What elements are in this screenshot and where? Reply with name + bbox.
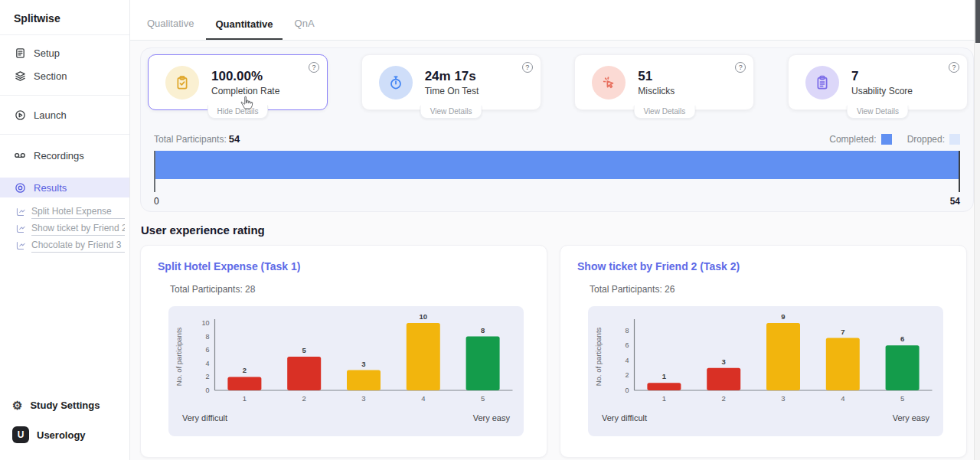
legend-completed-swatch (881, 134, 892, 145)
svg-text:8: 8 (481, 326, 485, 334)
svg-text:2: 2 (625, 371, 629, 379)
svg-text:1: 1 (662, 394, 666, 403)
svg-text:3: 3 (722, 357, 726, 366)
scale-label-left: Very difficult (602, 413, 647, 422)
userology-logo-icon: U (12, 426, 29, 443)
clipboard-list-icon (805, 66, 839, 100)
stat-label: Completion Rate (211, 86, 279, 96)
stat-label: Misclicks (638, 86, 675, 96)
task2-chart-panel: 024681132937465No. of participants Very … (588, 306, 943, 436)
svg-text:0: 0 (205, 387, 209, 394)
stat-value: 100.00% (211, 69, 279, 84)
study-title: Splitwise (0, 0, 129, 34)
sidebar-subitem-task3[interactable]: Chocolate by Friend 3 (0, 237, 129, 254)
sidebar-item-label: Recordings (34, 150, 84, 161)
svg-text:10: 10 (420, 312, 428, 321)
sidebar-item-label: Section (34, 70, 67, 82)
sidebar: Splitwise Setup Section Launch Recording… (0, 0, 130, 460)
stats-panel: 100.00% Completion Rate ? Hide Details 2… (140, 47, 974, 212)
task1-participants: Total Participants: 28 (170, 284, 547, 295)
svg-text:4: 4 (625, 357, 629, 364)
vertical-scrollbar[interactable] (974, 0, 980, 460)
svg-text:4: 4 (421, 394, 425, 403)
flow-chart-icon (15, 224, 25, 234)
legend-dropped-swatch (949, 134, 960, 145)
task1-chart-card: Split Hotel Expense (Task 1) Total Parti… (140, 245, 547, 458)
tab-qna[interactable]: QnA (286, 18, 324, 40)
sidebar-item-launch[interactable]: Launch (0, 103, 129, 126)
sidebar-item-userology[interactable]: U Userology (0, 419, 129, 451)
view-details-button[interactable]: View Details (847, 105, 909, 119)
time-on-test-card[interactable]: 24m 17s Time On Test ? View Details (361, 54, 541, 110)
sidebar-item-section[interactable]: Section (0, 64, 129, 87)
completed-bar (155, 151, 959, 179)
svg-text:1: 1 (662, 372, 667, 380)
main-content: Qualitative Quantitative QnA 100.00% Com… (130, 0, 980, 460)
svg-text:No. of participants: No. of participants (175, 327, 183, 386)
svg-text:6: 6 (625, 341, 629, 349)
misclicks-card[interactable]: 51 Misclicks ? View Details (574, 54, 754, 110)
svg-text:7: 7 (841, 328, 844, 336)
help-icon[interactable]: ? (949, 62, 959, 73)
svg-text:1: 1 (243, 394, 247, 403)
help-icon[interactable]: ? (522, 62, 533, 73)
sidebar-subitem-task1[interactable]: Split Hotel Expense (0, 204, 129, 220)
sidebar-item-label: Launch (34, 109, 67, 121)
svg-text:3: 3 (361, 394, 365, 403)
tab-quantitative[interactable]: Quantitative (206, 18, 282, 41)
stats-cards-row: 100.00% Completion Rate ? Hide Details 2… (141, 48, 973, 110)
sidebar-item-study-settings[interactable]: ⚙ Study Settings (0, 392, 129, 419)
usability-score-card[interactable]: 7 Usability Score ? View Details (788, 54, 968, 110)
target-icon (14, 181, 26, 194)
task1-chart-title: Split Hotel Expense (Task 1) (158, 260, 547, 272)
scale-label-right: Very easy (473, 413, 510, 422)
clipboard-check-icon (165, 66, 199, 100)
tab-bar: Qualitative Quantitative QnA (130, 0, 980, 41)
participants-bar-axis (154, 151, 960, 192)
completion-rate-card[interactable]: 100.00% Completion Rate ? Hide Details (148, 54, 328, 110)
view-details-button[interactable]: View Details (633, 105, 695, 119)
help-icon[interactable]: ? (309, 62, 319, 73)
participants-axis-ticks: 0 54 (154, 196, 960, 207)
sidebar-item-recordings[interactable]: Recordings (0, 144, 129, 167)
legend-completed-label: Completed: (829, 134, 876, 145)
scale-label-left: Very difficult (182, 413, 227, 422)
gear-icon: ⚙ (12, 400, 22, 411)
svg-text:5: 5 (302, 346, 307, 354)
view-details-button[interactable]: View Details (420, 105, 482, 119)
task2-chart-title: Show ticket by Friend 2 (Task 2) (577, 260, 966, 272)
svg-text:2: 2 (243, 366, 247, 374)
svg-text:2: 2 (205, 373, 209, 380)
svg-text:3: 3 (781, 394, 785, 403)
task2-chart-card: Show ticket by Friend 2 (Task 2) Total P… (560, 245, 967, 458)
subitem-label: Split Hotel Expense (31, 206, 125, 219)
participants-legend: Completed: Dropped: (829, 134, 960, 145)
svg-text:4: 4 (205, 360, 209, 367)
svg-text:No. of participants: No. of participants (594, 327, 603, 386)
flow-chart-icon (15, 241, 25, 251)
help-icon[interactable]: ? (735, 62, 746, 73)
hide-details-button[interactable]: Hide Details (207, 105, 269, 119)
scrollbar-thumb[interactable] (975, 0, 980, 43)
scale-label-right: Very easy (893, 413, 929, 422)
task2-participants: Total Participants: 26 (590, 284, 966, 295)
svg-text:8: 8 (625, 327, 629, 334)
task1-chart-panel: 024681021523310485No. of participants Ve… (168, 306, 524, 436)
participants-chart: Total Participants:54 Completed: Dropped… (154, 133, 960, 207)
ux-rating-charts-row: Split Hotel Expense (Task 1) Total Parti… (140, 245, 967, 458)
brand-label: Userology (37, 429, 86, 441)
svg-text:6: 6 (900, 334, 904, 343)
axis-tick-start: 0 (154, 196, 159, 207)
task2-bar-chart: 024681132937465No. of participants (591, 312, 940, 407)
tab-qualitative[interactable]: Qualitative (138, 18, 203, 40)
legend-dropped-label: Dropped: (907, 134, 945, 145)
subitem-label: Chocolate by Friend 3 (31, 240, 125, 253)
svg-text:5: 5 (900, 394, 904, 403)
stat-label: Usability Score (851, 86, 913, 96)
sidebar-subitem-task2[interactable]: Show ticket by Friend 2 (0, 220, 129, 237)
svg-text:6: 6 (205, 346, 209, 354)
sidebar-item-results[interactable]: Results (0, 178, 129, 197)
flow-chart-icon (15, 207, 25, 217)
cursor-click-icon (592, 66, 626, 100)
sidebar-item-setup[interactable]: Setup (0, 41, 129, 64)
